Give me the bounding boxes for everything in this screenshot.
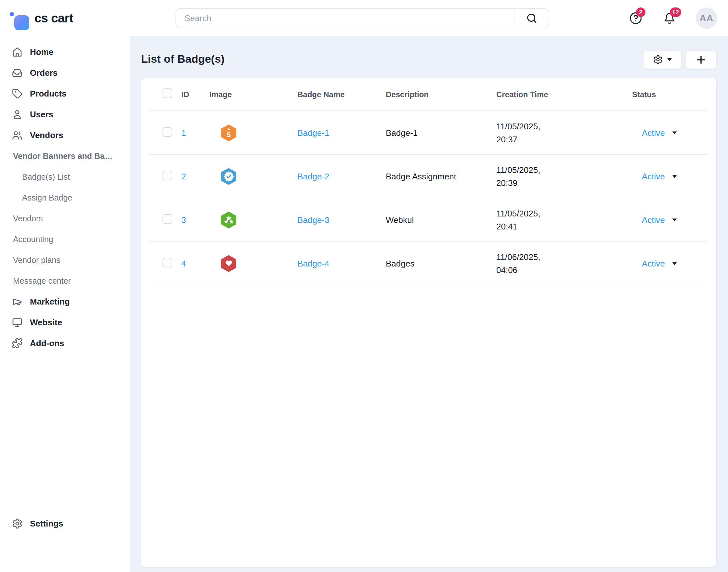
sidebar-item-website[interactable]: Website xyxy=(0,312,130,333)
sidebar-item-badges-list[interactable]: Badge(s) List xyxy=(0,166,130,187)
column-header-badge-name: Badge Name xyxy=(297,90,386,99)
status-dropdown[interactable]: Active xyxy=(632,259,707,269)
row-checkbox[interactable] xyxy=(162,170,172,181)
badge-name-link[interactable]: Badge-1 xyxy=(297,128,386,138)
row-checkbox[interactable] xyxy=(162,214,172,224)
sidebar-item-users[interactable]: Users xyxy=(0,104,130,125)
badge-description: Badges xyxy=(386,259,496,269)
toolbar xyxy=(643,50,716,69)
sidebar-item-vendors-link[interactable]: Vendors xyxy=(0,208,130,229)
cscart-logo-mark-icon xyxy=(12,7,31,29)
sidebar-item-orders[interactable]: Orders xyxy=(0,62,130,83)
sidebar-item-label: Settings xyxy=(30,519,63,529)
sidebar-item-label: Badge(s) List xyxy=(22,172,70,182)
sidebar-item-label: Home xyxy=(30,47,53,57)
sidebar-item-label: Add-ons xyxy=(30,338,64,348)
badge-three-stars-icon xyxy=(221,212,236,228)
badge-description: Badge-1 xyxy=(386,128,496,138)
sidebar: Home Orders Products xyxy=(0,37,130,572)
table-row: 2 Badge-2 Badge Assignment 11/05/2025, 2… xyxy=(141,155,716,198)
add-badge-button[interactable] xyxy=(685,50,716,69)
badge-id-link[interactable]: 2 xyxy=(181,171,209,182)
status-dropdown[interactable]: Active xyxy=(632,171,707,182)
sidebar-item-vendor-plans[interactable]: Vendor plans xyxy=(0,249,130,270)
badge-heart-icon xyxy=(221,255,236,272)
column-header-creation-time: Creation Time xyxy=(496,90,632,99)
status-dropdown[interactable]: Active xyxy=(632,215,707,225)
sidebar-group-vendor-banners-badges[interactable]: Vendor Banners and Ba… xyxy=(0,146,130,166)
header-actions: 2 12 AA xyxy=(628,0,717,37)
sidebar-item-home[interactable]: Home xyxy=(0,42,130,62)
badge-verified-seal-icon xyxy=(221,168,236,185)
tag-icon xyxy=(12,88,23,99)
badge-id-link[interactable]: 3 xyxy=(181,215,209,225)
notifications-count-badge: 12 xyxy=(670,7,681,17)
sidebar-item-label: Products xyxy=(30,89,67,99)
orders-inbox-icon xyxy=(12,67,23,78)
status-dropdown[interactable]: Active xyxy=(632,128,707,138)
sidebar-item-label: Message center xyxy=(13,276,71,286)
notifications-button[interactable]: 12 xyxy=(662,11,677,26)
cscart-logo[interactable]: cs cart xyxy=(12,0,73,37)
search-input[interactable] xyxy=(175,8,549,28)
help-count-badge: 2 xyxy=(636,7,645,17)
badge-name-link[interactable]: Badge-2 xyxy=(297,171,386,182)
badge-id-link[interactable]: 1 xyxy=(181,128,209,138)
sidebar-item-message-center[interactable]: Message center xyxy=(0,270,130,291)
table-row: 4 Badge-4 Badges 11/06/2025, 04:06 Activ… xyxy=(141,242,716,285)
sidebar-item-addons[interactable]: Add-ons xyxy=(0,333,130,354)
gear-icon xyxy=(12,518,23,529)
caret-down-icon xyxy=(672,175,677,178)
table-settings-button[interactable] xyxy=(643,50,681,69)
sidebar-item-products[interactable]: Products xyxy=(0,83,130,104)
sidebar-item-label: Website xyxy=(30,317,62,328)
column-header-id: ID xyxy=(181,90,209,99)
logo-dot-icon xyxy=(10,12,14,16)
badge-description: Webkul xyxy=(386,215,496,225)
puzzle-icon xyxy=(12,338,23,349)
svg-text:5: 5 xyxy=(227,131,231,138)
plus-icon xyxy=(695,54,707,66)
avatar[interactable]: AA xyxy=(696,7,717,29)
status-value: Active xyxy=(642,128,665,138)
caret-down-icon xyxy=(672,131,677,135)
gear-icon xyxy=(653,55,663,65)
row-checkbox[interactable] xyxy=(162,258,172,268)
sidebar-item-label: Vendors xyxy=(30,130,63,140)
sidebar-item-label: Accounting xyxy=(13,235,53,244)
creation-time: 11/05/2025, 20:37 xyxy=(496,120,632,146)
status-value: Active xyxy=(642,259,665,269)
sidebar-item-label: Orders xyxy=(30,68,58,78)
sidebar-item-label: Assign Badge xyxy=(22,193,72,203)
sidebar-item-settings[interactable]: Settings xyxy=(0,513,130,534)
search-icon[interactable] xyxy=(514,9,549,27)
top-header: cs cart 2 12 AA xyxy=(0,0,728,37)
sidebar-item-assign-badge[interactable]: Assign Badge xyxy=(0,187,130,208)
sidebar-item-label: Marketing xyxy=(30,297,70,307)
logo-text: cs cart xyxy=(34,11,73,25)
users-icon xyxy=(12,130,23,141)
sidebar-item-marketing[interactable]: Marketing xyxy=(0,291,130,312)
caret-down-icon xyxy=(672,262,677,265)
monitor-icon xyxy=(12,317,23,328)
table-row: 3 xyxy=(141,198,716,242)
sidebar-item-label: Users xyxy=(30,110,53,120)
badge-name-link[interactable]: Badge-4 xyxy=(297,259,386,269)
sidebar-nav: Home Orders Products xyxy=(0,37,130,354)
badge-top-five-icon: 5 xyxy=(221,125,236,141)
table-header-row: ID Image Badge Name Description Creation… xyxy=(141,78,716,111)
creation-time: 11/06/2025, 04:06 xyxy=(496,251,632,277)
home-icon xyxy=(12,47,23,58)
sidebar-item-vendors[interactable]: Vendors xyxy=(0,125,130,146)
sidebar-item-label: Vendors xyxy=(13,214,43,223)
sidebar-item-accounting[interactable]: Accounting xyxy=(0,229,130,249)
help-button[interactable]: 2 xyxy=(628,11,643,26)
badge-name-link[interactable]: Badge-3 xyxy=(297,215,386,225)
select-all-checkbox[interactable] xyxy=(162,88,172,98)
creation-time: 11/05/2025, 20:39 xyxy=(496,163,632,190)
row-checkbox[interactable] xyxy=(162,127,172,137)
badge-description: Badge Assignment xyxy=(386,171,496,182)
column-header-image: Image xyxy=(209,90,297,99)
badge-id-link[interactable]: 4 xyxy=(181,259,209,269)
badges-table-card: ID Image Badge Name Description Creation… xyxy=(141,78,716,567)
